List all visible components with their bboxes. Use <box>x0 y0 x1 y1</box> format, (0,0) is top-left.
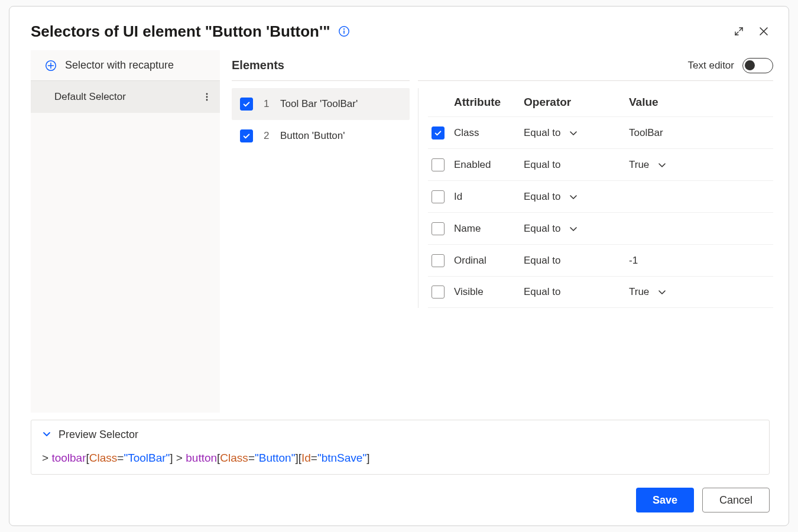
toggle-knob <box>745 60 755 70</box>
svg-point-5 <box>206 96 208 98</box>
value-select[interactable]: ToolBar <box>629 127 770 139</box>
code-token: button <box>186 452 217 464</box>
title-bar: Selectors of UI element "Button 'Button'… <box>9 7 789 50</box>
element-row[interactable]: 2Button 'Button' <box>232 120 410 152</box>
attribute-name: Id <box>454 191 519 203</box>
elements-header: Elements <box>232 50 410 81</box>
attribute-name: Ordinal <box>454 255 519 267</box>
info-icon[interactable] <box>338 25 350 37</box>
code-token: > <box>173 452 186 464</box>
code-token: "ToolBar" <box>124 452 170 464</box>
text-editor-toggle-row: Text editor <box>418 50 773 81</box>
code-token: ] <box>366 452 369 464</box>
save-button[interactable]: Save <box>636 488 694 512</box>
attribute-checkbox[interactable] <box>432 126 445 140</box>
expand-icon[interactable] <box>728 21 750 42</box>
plus-circle-icon <box>45 60 57 72</box>
attribute-name: Class <box>454 127 519 139</box>
svg-point-6 <box>206 99 208 101</box>
element-index: 1 <box>264 98 274 110</box>
selector-list-sidebar: Selector with recapture Default Selector <box>31 50 220 413</box>
elements-heading: Elements <box>232 59 284 72</box>
attribute-row: NameEqual to <box>428 212 773 244</box>
code-token: = <box>248 452 255 464</box>
operator-select[interactable]: Equal to <box>524 191 624 203</box>
value-select[interactable]: True <box>629 159 770 171</box>
code-token: = <box>117 452 124 464</box>
attribute-checkbox[interactable] <box>432 254 445 267</box>
attribute-row: ClassEqual toToolBar <box>428 116 773 148</box>
element-checkbox[interactable] <box>240 129 253 142</box>
code-token: Id <box>301 452 311 464</box>
svg-point-4 <box>206 93 208 95</box>
attribute-rows: ClassEqual toToolBarEnabledEqual toTrueI… <box>428 116 773 308</box>
value-select[interactable]: -1 <box>629 255 770 267</box>
main-area: Selector with recapture Default Selector… <box>9 50 789 413</box>
sidebar-item-label: Default Selector <box>54 91 200 103</box>
operator-select[interactable]: Equal to <box>524 159 624 171</box>
element-label: Button 'Button' <box>280 130 345 142</box>
col-value: Value <box>629 96 770 109</box>
attributes-column: Text editor Attribute Operator Value Cla… <box>418 50 789 413</box>
operator-select[interactable]: Equal to <box>524 286 624 298</box>
element-checkbox[interactable] <box>240 98 253 111</box>
preview-code[interactable]: > toolbar[Class="ToolBar"] > button[Clas… <box>42 452 758 465</box>
value-select[interactable]: True <box>629 286 770 298</box>
element-row[interactable]: 1Tool Bar 'ToolBar' <box>232 88 410 120</box>
elements-list: 1Tool Bar 'ToolBar'2Button 'Button' <box>232 88 410 152</box>
preview-label: Preview Selector <box>59 429 138 441</box>
attribute-name: Enabled <box>454 159 519 171</box>
attribute-name: Visible <box>454 286 519 298</box>
attributes-header-row: Attribute Operator Value <box>428 88 773 116</box>
code-token: "Button" <box>255 452 295 464</box>
code-token: > <box>42 452 51 464</box>
elements-column: Elements 1Tool Bar 'ToolBar'2Button 'But… <box>220 50 418 413</box>
text-editor-toggle[interactable] <box>742 58 773 73</box>
code-token: Class <box>220 452 248 464</box>
chevron-down-icon <box>42 429 51 441</box>
code-token: toolbar <box>51 452 86 464</box>
attribute-row: VisibleEqual toTrue <box>428 276 773 308</box>
svg-point-1 <box>343 28 345 30</box>
sidebar-item-selector[interactable]: Default Selector <box>31 81 220 113</box>
text-editor-label: Text editor <box>688 60 734 72</box>
more-vertical-icon[interactable] <box>200 90 214 104</box>
code-token: "btnSave" <box>317 452 366 464</box>
col-operator: Operator <box>524 96 624 109</box>
dialog-footer: Save Cancel <box>9 475 789 525</box>
attribute-checkbox[interactable] <box>432 190 445 203</box>
attribute-checkbox[interactable] <box>432 286 445 299</box>
attribute-checkbox[interactable] <box>432 158 445 171</box>
attributes-grid: Attribute Operator Value ClassEqual toTo… <box>418 88 773 308</box>
selector-builder-dialog: Selectors of UI element "Button 'Button'… <box>9 6 789 526</box>
cancel-button[interactable]: Cancel <box>702 488 770 512</box>
close-icon[interactable] <box>753 21 774 42</box>
code-token: Class <box>89 452 118 464</box>
element-label: Tool Bar 'ToolBar' <box>280 98 358 110</box>
operator-select[interactable]: Equal to <box>524 127 624 139</box>
selector-items: Default Selector <box>31 81 220 113</box>
attribute-name: Name <box>454 223 519 235</box>
attribute-row: EnabledEqual toTrue <box>428 148 773 180</box>
dialog-title: Selectors of UI element "Button 'Button'… <box>31 22 330 41</box>
preview-toggle[interactable]: Preview Selector <box>42 429 758 441</box>
svg-rect-2 <box>344 30 345 34</box>
operator-select[interactable]: Equal to <box>524 255 624 267</box>
element-index: 2 <box>264 130 274 142</box>
code-token: = <box>311 452 317 464</box>
new-selector-button[interactable]: Selector with recapture <box>31 50 220 81</box>
col-attribute: Attribute <box>454 96 519 109</box>
operator-select[interactable]: Equal to <box>524 223 624 235</box>
new-selector-label: Selector with recapture <box>65 59 174 72</box>
preview-selector-box: Preview Selector > toolbar[Class="ToolBa… <box>31 420 770 475</box>
attribute-row: IdEqual to <box>428 180 773 212</box>
attribute-row: OrdinalEqual to-1 <box>428 244 773 276</box>
attribute-checkbox[interactable] <box>432 222 445 235</box>
